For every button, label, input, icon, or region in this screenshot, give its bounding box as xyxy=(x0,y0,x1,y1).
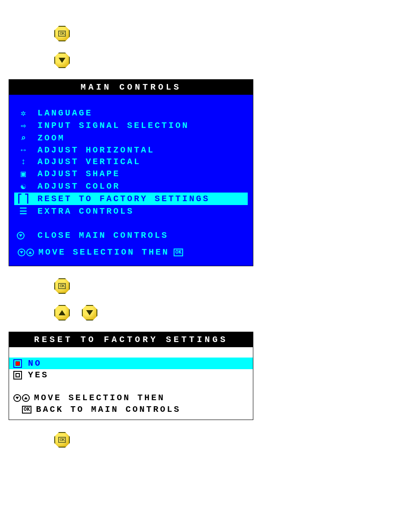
shape-icon: ▣ xyxy=(17,168,31,179)
ok-icon: OK xyxy=(58,31,65,37)
osd-title: MAIN CONTROLS xyxy=(9,80,253,95)
reset-option-no[interactable]: NO xyxy=(9,358,253,369)
menu-item-extra-controls[interactable]: ☰ EXTRA CONTROLS xyxy=(14,205,248,218)
physical-ok-button[interactable]: OK xyxy=(54,26,70,41)
main-controls-osd: MAIN CONTROLS ✲ LANGUAGE ⇨ INPUT SIGNAL … xyxy=(9,79,253,266)
menu-item-adjust-shape[interactable]: ▣ ADJUST SHAPE xyxy=(14,168,248,180)
yes-checkbox-icon xyxy=(13,371,22,380)
input-signal-icon: ⇨ xyxy=(17,120,31,131)
menu-item-adjust-horizontal[interactable]: ↔ ADJUST HORIZONTAL xyxy=(14,144,248,156)
reset-factory-osd: RESET TO FACTORY SETTINGS NO YES MOVE SE… xyxy=(9,332,253,420)
triangle-down-icon xyxy=(86,310,93,315)
up-down-nav-icon xyxy=(13,394,30,402)
menu-item-zoom[interactable]: ⌕ ZOOM xyxy=(14,132,248,144)
triangle-up-icon xyxy=(59,310,65,315)
physical-ok-button-3[interactable]: OK xyxy=(54,432,70,448)
menu-item-adjust-vertical[interactable]: ↕ ADJUST VERTICAL xyxy=(14,156,248,168)
extra-icon: ☰ xyxy=(17,206,31,217)
menu-item-language[interactable]: ✲ LANGUAGE xyxy=(14,107,248,119)
physical-up-button[interactable] xyxy=(54,305,70,320)
reset-osd-footer: MOVE SELECTION THEN OK BACK TO MAIN CONT… xyxy=(9,389,253,420)
footer-text: MOVE SELECTION THEN xyxy=(38,247,169,257)
color-icon: ☯ xyxy=(17,181,31,192)
triangle-down-icon xyxy=(59,58,65,63)
menu-item-reset-factory[interactable]: ⎡⎤ RESET TO FACTORY SETTINGS xyxy=(14,193,248,205)
up-down-nav-icon xyxy=(18,249,34,256)
menu-item-input-signal[interactable]: ⇨ INPUT SIGNAL SELECTION xyxy=(14,119,248,132)
ok-icon: OK xyxy=(58,283,65,289)
footer-ok-icon: OK xyxy=(174,249,183,256)
menu-item-adjust-color[interactable]: ☯ ADJUST COLOR xyxy=(14,180,248,193)
no-checkbox-icon xyxy=(13,359,22,368)
vertical-icon: ↕ xyxy=(17,157,31,167)
osd-title-reset: RESET TO FACTORY SETTINGS xyxy=(9,332,253,347)
menu-item-close[interactable]: CLOSE MAIN CONTROLS xyxy=(14,230,248,241)
ok-icon: OK xyxy=(58,437,65,443)
close-triangle-icon xyxy=(17,232,31,240)
osd-footer: MOVE SELECTION THEN OK xyxy=(14,241,248,261)
physical-ok-button-2[interactable]: OK xyxy=(54,278,70,294)
physical-down-button[interactable] xyxy=(54,53,70,68)
zoom-icon: ⌕ xyxy=(17,133,31,143)
physical-down-button-2[interactable] xyxy=(82,305,97,320)
reset-icon: ⎡⎤ xyxy=(17,193,31,204)
horizontal-icon: ↔ xyxy=(17,145,31,155)
footer-ok-icon: OK xyxy=(22,406,31,414)
language-icon: ✲ xyxy=(17,108,31,118)
reset-option-yes[interactable]: YES xyxy=(9,369,253,381)
